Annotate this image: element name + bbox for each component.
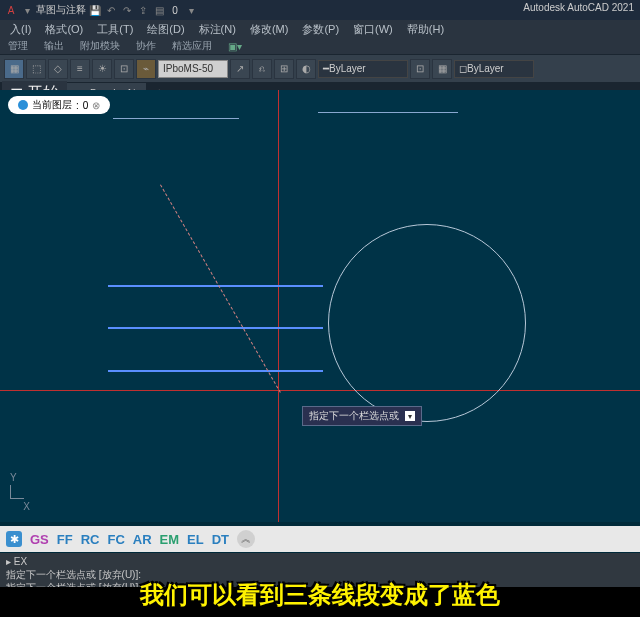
cmd-token-ff[interactable]: FF	[57, 532, 73, 547]
reference-line-top-right	[318, 112, 458, 113]
history-line-0: EX	[14, 556, 27, 567]
ribbon-panel: ▦ ⬚ ◇ ≡ ☀ ⊡ ⌁ IPboMS-50 ↗ ⎌ ⊞ ◐ ━ ByLaye…	[0, 54, 640, 82]
cmd-token-el[interactable]: EL	[187, 532, 204, 547]
share-icon[interactable]: ⇪	[136, 3, 150, 17]
print-icon[interactable]: ▤	[152, 3, 166, 17]
ribbon-icon-4[interactable]: ☀	[92, 59, 112, 79]
menu-tools[interactable]: 工具(T)	[91, 21, 139, 38]
menu-window[interactable]: 窗口(W)	[347, 21, 399, 38]
tab-manage[interactable]: 管理	[4, 39, 32, 53]
history-prompt-icon: ▸	[6, 556, 11, 567]
cmd-token-rc[interactable]: RC	[81, 532, 100, 547]
menu-help[interactable]: 帮助(H)	[401, 21, 450, 38]
circle-entity	[328, 224, 526, 422]
layer-pill-close-icon[interactable]: ⊗	[92, 100, 100, 111]
layer-combo[interactable]: ━ ByLayer	[318, 60, 408, 78]
crosshair-horizontal	[0, 390, 640, 391]
ribbon-icon-5[interactable]: ⊡	[114, 59, 134, 79]
menu-format[interactable]: 格式(O)	[39, 21, 89, 38]
drawing-canvas[interactable]: 指定下一个栏选点或 ▾ Y X	[0, 90, 640, 522]
linetype-combo[interactable]: IPboMS-50	[158, 60, 228, 78]
ribbon-icon-1[interactable]: ⬚	[26, 59, 46, 79]
ribbon-icon-10[interactable]: ⊡	[410, 59, 430, 79]
title-bar: A ▾ 草图与注释 💾 ↶ ↷ ⇪ ▤ 0 ▾ Autodesk AutoCAD…	[0, 0, 640, 20]
tab-featured[interactable]: 精选应用	[168, 39, 216, 53]
tab-extra-icon[interactable]: ▣▾	[224, 41, 246, 52]
menu-draw[interactable]: 绘图(D)	[141, 21, 190, 38]
color-combo[interactable]: ◻ ByLayer	[454, 60, 534, 78]
crosshair-vertical	[278, 90, 279, 522]
undo-icon[interactable]: ↶	[104, 3, 118, 17]
workspace-label[interactable]: 草图与注释	[36, 3, 86, 17]
ucs-y-label: Y	[10, 472, 30, 483]
layer-combo-value: ByLayer	[329, 63, 366, 74]
ribbon-icon-2[interactable]: ◇	[48, 59, 68, 79]
tooltip-text: 指定下一个栏选点或	[309, 409, 399, 423]
selected-line-2	[108, 327, 323, 329]
color-combo-value: ByLayer	[467, 63, 504, 74]
redo-icon[interactable]: ↷	[120, 3, 134, 17]
match-props-icon[interactable]: ⌁	[136, 59, 156, 79]
ribbon-icon-6[interactable]: ↗	[230, 59, 250, 79]
video-subtitle: 我们可以看到三条线段变成了蓝色	[0, 579, 640, 611]
tab-addons[interactable]: 附加模块	[76, 39, 124, 53]
dynamic-input-tooltip: 指定下一个栏选点或 ▾	[302, 406, 422, 426]
reference-line-top-left	[113, 118, 239, 119]
ribbon-icon-8[interactable]: ⊞	[274, 59, 294, 79]
menu-dimension[interactable]: 标注(N)	[193, 21, 242, 38]
qat-number: 0	[168, 3, 182, 17]
command-palette[interactable]: ✱ GS FF RC FC AR EM EL DT ︽	[0, 526, 640, 552]
ucs-icon: Y X	[10, 472, 30, 512]
ribbon-tabs: 管理 输出 附加模块 协作 精选应用 ▣▾	[0, 38, 640, 54]
cmd-token-gs[interactable]: GS	[30, 532, 49, 547]
qat-chevron-icon[interactable]: ▾	[184, 3, 198, 17]
ribbon-icon-7[interactable]: ⎌	[252, 59, 272, 79]
selected-line-3	[108, 370, 323, 372]
layer-props-icon[interactable]: ▦	[4, 59, 24, 79]
cmd-token-em[interactable]: EM	[160, 532, 180, 547]
cmd-gear-icon[interactable]: ✱	[6, 531, 22, 547]
menu-bar: 入(I) 格式(O) 工具(T) 绘图(D) 标注(N) 修改(M) 参数(P)…	[0, 20, 640, 38]
cmd-token-ar[interactable]: AR	[133, 532, 152, 547]
menu-modify[interactable]: 修改(M)	[244, 21, 295, 38]
tab-collab[interactable]: 协作	[132, 39, 160, 53]
selected-line-1	[108, 285, 323, 287]
tooltip-menu-icon[interactable]: ▾	[405, 411, 415, 421]
ribbon-icon-11[interactable]: ▦	[432, 59, 452, 79]
layer-dot-icon	[18, 100, 28, 110]
layer-pill-value: 0	[83, 100, 89, 111]
app-icon[interactable]: A	[4, 3, 18, 17]
tab-output[interactable]: 输出	[40, 39, 68, 53]
layer-pill[interactable]: 当前图层 : 0 ⊗	[8, 96, 110, 114]
fence-rubber-line	[160, 185, 281, 393]
menu-params[interactable]: 参数(P)	[296, 21, 345, 38]
layer-pill-label: 当前图层	[32, 98, 72, 112]
cmd-token-dt[interactable]: DT	[212, 532, 229, 547]
app-title: Autodesk AutoCAD 2021	[523, 2, 634, 13]
save-icon[interactable]: 💾	[88, 3, 102, 17]
cmd-token-fc[interactable]: FC	[107, 532, 124, 547]
ribbon-icon-3[interactable]: ≡	[70, 59, 90, 79]
ribbon-icon-9[interactable]: ◐	[296, 59, 316, 79]
menu-insert[interactable]: 入(I)	[4, 21, 37, 38]
ucs-x-label: X	[10, 501, 30, 512]
cmd-chevron-up-icon[interactable]: ︽	[237, 530, 255, 548]
menu-dropdown-icon[interactable]: ▾	[20, 3, 34, 17]
